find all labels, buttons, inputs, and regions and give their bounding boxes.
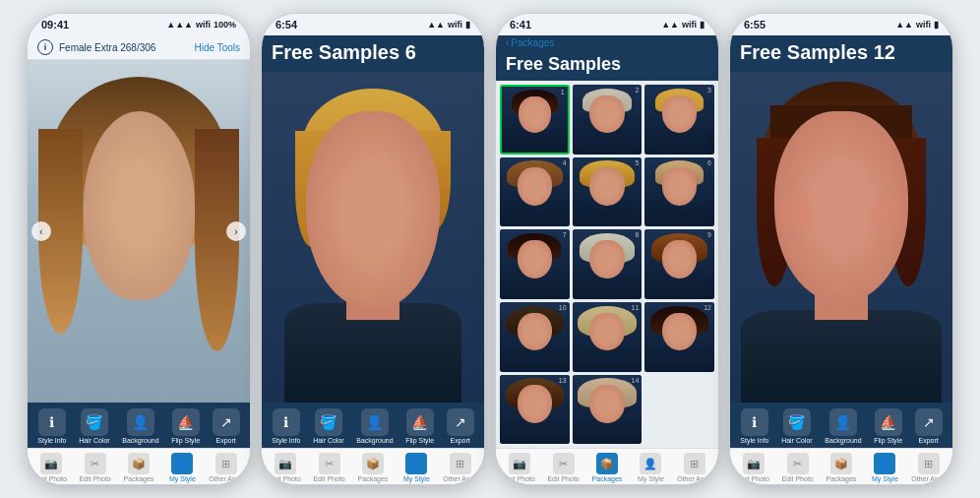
hair-grid-container[interactable]: 1 2 3 [496, 81, 718, 448]
hair-color-label-2: Hair Color [313, 437, 344, 444]
hair-color-icon-4: 🪣 [783, 408, 811, 436]
grid-item-4[interactable]: 4 [500, 157, 570, 227]
tab-get-photo-4[interactable]: 📷 Get Photo [736, 453, 771, 482]
grid-item-9[interactable]: 9 [644, 229, 714, 299]
my-style-icon-1: 👤 [171, 453, 193, 474]
grid-item-10[interactable]: 10 [500, 302, 570, 372]
tabbar-1: 📷 Get Photo ✂ Edit Photo 📦 Packages 👤 My… [28, 448, 250, 484]
packages-icon-4: 📦 [830, 453, 852, 474]
tab-other-apps-1[interactable]: ⊞ Other Apps [209, 453, 244, 482]
edit-photo-icon-tab-2: ✂ [319, 453, 340, 474]
flip-style-btn-4[interactable]: ⛵ Flip Style [874, 408, 902, 444]
tab-edit-photo-2[interactable]: ✂ Edit Photo [312, 453, 347, 482]
packages-icon-3: 📦 [596, 453, 618, 474]
flip-style-icon-2: ⛵ [406, 408, 434, 436]
back-btn[interactable]: ‹ Packages [506, 37, 554, 48]
tab-my-style-4[interactable]: 👤 My Style [867, 453, 902, 482]
my-style-label-3: My Style [638, 475, 664, 482]
other-apps-label-3: Other Apps [677, 475, 711, 482]
tab-got-photo-3[interactable]: 📷 Got Photo [502, 453, 537, 482]
hair-color-btn[interactable]: 🪣 Hair Color [79, 408, 110, 444]
grid-item-3[interactable]: 3 [644, 85, 714, 155]
screen1-header: i Female Extra 268/306 Hide Tools [28, 35, 250, 60]
tab-packages-2[interactable]: 📦 Packages [355, 453, 391, 482]
tab-get-photo-2[interactable]: 📷 Get Photo [268, 453, 303, 482]
tab-edit-photo-4[interactable]: ✂ Edit Photo [780, 453, 816, 482]
grid-item-1[interactable]: 1 [500, 85, 570, 155]
grid-item-2[interactable]: 2 [573, 85, 643, 155]
grid-item-13[interactable]: 13 [500, 375, 570, 445]
tab-get-photo-1[interactable]: 📷 Get Photo [33, 453, 69, 482]
other-apps-label-4: Other Apps [911, 475, 946, 482]
hide-tools-btn[interactable]: Hide Tools [194, 42, 240, 53]
toolbar-1: ℹ Style Info 🪣 Hair Color 👤 Background ⛵… [28, 403, 250, 448]
tab-edit-photo-1[interactable]: ✂ Edit Photo [78, 453, 113, 482]
packages-label-3: Packages [592, 475, 623, 482]
tab-other-apps-3[interactable]: ⊞ Other Apps [677, 453, 712, 482]
mini-face-11 [573, 302, 643, 372]
screen-4: 6:55 ▲▲ wifi ▮ Free Samples 12 [729, 13, 953, 485]
tab-other-apps-4[interactable]: ⊞ Other Apps [911, 453, 947, 482]
grid-item-12[interactable]: 12 [644, 302, 714, 372]
other-apps-icon-tab-2: ⊞ [450, 453, 471, 474]
mini-face-1 [502, 87, 568, 153]
grid-item-5[interactable]: 5 [573, 157, 643, 227]
my-style-icon-3: 👤 [640, 453, 661, 474]
hair-grid: 1 2 3 [500, 85, 714, 444]
tab-packages-3[interactable]: 📦 Packages [589, 453, 625, 482]
get-photo-icon-tab-2: 📷 [275, 453, 296, 474]
info-icon-1[interactable]: i [37, 39, 53, 55]
screen4-content [730, 72, 952, 403]
wifi-icon: wifi [196, 20, 211, 30]
style-info-btn-4[interactable]: ℹ Style Info [740, 408, 768, 444]
tab-my-style-2[interactable]: 👤 My Style [398, 453, 434, 482]
screens-container: 09:41 ▲▲▲ wifi 100% i Female Extra 268/3… [0, 0, 980, 498]
tab-my-style-3[interactable]: 👤 My Style [633, 453, 668, 482]
tab-packages-1[interactable]: 📦 Packages [121, 453, 156, 482]
mini-face-9 [644, 229, 714, 299]
get-photo-icon-4: 📷 [743, 453, 765, 474]
grid-num-1: 1 [561, 89, 565, 95]
screen3-title: Free Samples [506, 54, 708, 75]
grid-item-8[interactable]: 8 [573, 229, 643, 299]
back-chevron: ‹ [506, 37, 509, 48]
export-btn-4[interactable]: ↗ Export [915, 408, 943, 444]
tab-edit-photo-3[interactable]: ✂ Edit Photo [546, 453, 582, 482]
tab-my-style-1[interactable]: 👤 My Style [164, 453, 200, 482]
background-btn-2[interactable]: 👤 Background [356, 408, 393, 444]
grid-item-14[interactable]: 14 [573, 375, 643, 445]
toolbar-2: ℹ Style Info 🪣 Hair Color 👤 Background ⛵… [262, 403, 484, 448]
export-btn[interactable]: ↗ Export [213, 408, 240, 444]
blush-left-4 [779, 198, 813, 231]
grid-item-7[interactable]: 7 [500, 229, 570, 299]
tab-packages-4[interactable]: 📦 Packages [824, 453, 859, 482]
style-info-btn[interactable]: ℹ Style Info [37, 408, 66, 444]
tab-other-apps-2[interactable]: ⊞ Other Apps [443, 453, 478, 482]
mini-face-12 [644, 302, 714, 372]
grid-item-6[interactable]: 6 [644, 157, 714, 227]
style-info-btn-2[interactable]: ℹ Style Info [272, 408, 300, 444]
mini-face-4 [500, 157, 570, 227]
hair-color-btn-4[interactable]: 🪣 Hair Color [781, 408, 813, 444]
style-info-label-2: Style Info [272, 437, 300, 444]
background-btn-4[interactable]: 👤 Background [825, 408, 861, 444]
background-icon-4: 👤 [829, 408, 857, 436]
hair-color-btn-2[interactable]: 🪣 Hair Color [313, 408, 344, 444]
flip-style-icon-4: ⛵ [875, 408, 902, 436]
my-style-icon-tab-2: 👤 [405, 453, 427, 474]
prev-arrow[interactable]: ‹ [31, 221, 51, 241]
background-btn[interactable]: 👤 Background [122, 408, 158, 444]
grid-item-11[interactable]: 11 [573, 302, 643, 372]
next-arrow[interactable]: › [226, 221, 246, 241]
counter-text: Female Extra 268/306 [59, 42, 188, 53]
mini-face-3 [644, 85, 714, 155]
flip-style-btn[interactable]: ⛵ Flip Style [171, 408, 200, 444]
export-label-4: Export [919, 437, 939, 444]
flip-style-icon: ⛵ [172, 408, 200, 436]
grid-num-7: 7 [563, 231, 567, 238]
battery-icon-2: ▮ [465, 20, 470, 30]
export-btn-2[interactable]: ↗ Export [447, 408, 474, 444]
status-bar-3: 6:41 ▲▲ wifi ▮ [496, 14, 718, 35]
get-photo-label-tab-2: Get Photo [270, 475, 301, 482]
flip-style-btn-2[interactable]: ⛵ Flip Style [405, 408, 434, 444]
